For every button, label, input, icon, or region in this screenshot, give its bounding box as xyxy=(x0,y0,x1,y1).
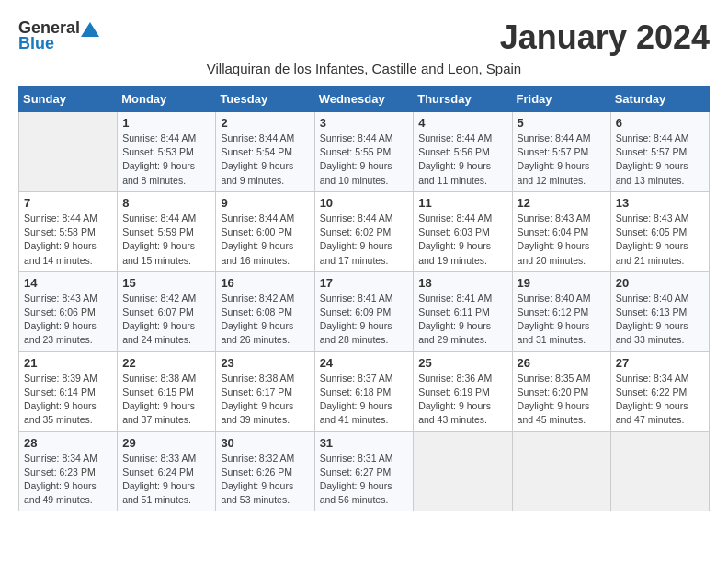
day-info: Sunrise: 8:44 AM Sunset: 6:02 PM Dayligh… xyxy=(320,212,409,268)
day-info: Sunrise: 8:44 AM Sunset: 5:58 PM Dayligh… xyxy=(24,212,112,268)
calendar-week-2: 7Sunrise: 8:44 AM Sunset: 5:58 PM Daylig… xyxy=(19,191,710,271)
day-info: Sunrise: 8:44 AM Sunset: 5:57 PM Dayligh… xyxy=(616,132,704,188)
day-info: Sunrise: 8:38 AM Sunset: 6:15 PM Dayligh… xyxy=(122,372,210,428)
day-info: Sunrise: 8:33 AM Sunset: 6:24 PM Dayligh… xyxy=(122,452,210,508)
calendar-cell xyxy=(414,431,512,511)
day-number: 29 xyxy=(122,436,210,450)
calendar-cell: 31Sunrise: 8:31 AM Sunset: 6:27 PM Dayli… xyxy=(314,431,414,511)
day-info: Sunrise: 8:38 AM Sunset: 6:17 PM Dayligh… xyxy=(221,372,309,428)
day-number: 14 xyxy=(24,276,112,290)
day-info: Sunrise: 8:37 AM Sunset: 6:18 PM Dayligh… xyxy=(320,372,409,428)
calendar-cell: 11Sunrise: 8:44 AM Sunset: 6:03 PM Dayli… xyxy=(414,191,512,271)
day-number: 21 xyxy=(24,356,112,370)
day-info: Sunrise: 8:44 AM Sunset: 5:53 PM Dayligh… xyxy=(122,132,210,188)
day-number: 13 xyxy=(616,196,704,210)
calendar-cell: 12Sunrise: 8:43 AM Sunset: 6:04 PM Dayli… xyxy=(512,191,610,271)
calendar-cell: 7Sunrise: 8:44 AM Sunset: 5:58 PM Daylig… xyxy=(19,191,118,271)
calendar-cell: 15Sunrise: 8:42 AM Sunset: 6:07 PM Dayli… xyxy=(118,271,216,351)
day-number: 17 xyxy=(320,276,409,290)
day-info: Sunrise: 8:41 AM Sunset: 6:11 PM Dayligh… xyxy=(418,292,506,348)
calendar-cell: 18Sunrise: 8:41 AM Sunset: 6:11 PM Dayli… xyxy=(414,271,512,351)
day-info: Sunrise: 8:44 AM Sunset: 5:56 PM Dayligh… xyxy=(418,132,506,188)
day-number: 25 xyxy=(418,356,506,370)
calendar-cell: 5Sunrise: 8:44 AM Sunset: 5:57 PM Daylig… xyxy=(512,112,610,192)
day-info: Sunrise: 8:35 AM Sunset: 6:20 PM Dayligh… xyxy=(518,372,606,428)
day-number: 19 xyxy=(518,276,606,290)
day-number: 30 xyxy=(221,436,309,450)
calendar-cell: 8Sunrise: 8:44 AM Sunset: 5:59 PM Daylig… xyxy=(118,191,216,271)
day-info: Sunrise: 8:40 AM Sunset: 6:12 PM Dayligh… xyxy=(518,292,606,348)
day-number: 6 xyxy=(616,116,704,130)
calendar-body: 1Sunrise: 8:44 AM Sunset: 5:53 PM Daylig… xyxy=(19,112,710,511)
day-number: 11 xyxy=(418,196,506,210)
day-number: 22 xyxy=(122,356,210,370)
day-number: 4 xyxy=(418,116,506,130)
day-number: 3 xyxy=(320,116,409,130)
day-number: 9 xyxy=(221,196,309,210)
day-info: Sunrise: 8:36 AM Sunset: 6:19 PM Dayligh… xyxy=(418,372,506,428)
day-info: Sunrise: 8:44 AM Sunset: 5:57 PM Dayligh… xyxy=(518,132,606,188)
day-number: 20 xyxy=(616,276,704,290)
calendar-cell: 14Sunrise: 8:43 AM Sunset: 6:06 PM Dayli… xyxy=(19,271,118,351)
day-number: 15 xyxy=(122,276,210,290)
calendar-week-1: 1Sunrise: 8:44 AM Sunset: 5:53 PM Daylig… xyxy=(19,112,710,192)
day-info: Sunrise: 8:44 AM Sunset: 5:54 PM Dayligh… xyxy=(221,132,309,188)
day-number: 8 xyxy=(122,196,210,210)
calendar-cell: 19Sunrise: 8:40 AM Sunset: 6:12 PM Dayli… xyxy=(512,271,610,351)
calendar-cell: 27Sunrise: 8:34 AM Sunset: 6:22 PM Dayli… xyxy=(610,351,709,431)
calendar-cell: 25Sunrise: 8:36 AM Sunset: 6:19 PM Dayli… xyxy=(414,351,512,431)
day-number: 1 xyxy=(122,116,210,130)
calendar-cell: 28Sunrise: 8:34 AM Sunset: 6:23 PM Dayli… xyxy=(19,431,118,511)
day-info: Sunrise: 8:43 AM Sunset: 6:06 PM Dayligh… xyxy=(24,292,112,348)
calendar-week-5: 28Sunrise: 8:34 AM Sunset: 6:23 PM Dayli… xyxy=(19,431,710,511)
day-number: 16 xyxy=(221,276,309,290)
day-info: Sunrise: 8:34 AM Sunset: 6:22 PM Dayligh… xyxy=(616,372,704,428)
calendar-cell: 30Sunrise: 8:32 AM Sunset: 6:26 PM Dayli… xyxy=(216,431,314,511)
day-info: Sunrise: 8:44 AM Sunset: 5:55 PM Dayligh… xyxy=(320,132,409,188)
calendar-cell xyxy=(19,112,118,192)
day-number: 5 xyxy=(518,116,606,130)
logo: General Blue xyxy=(18,18,99,53)
day-number: 2 xyxy=(221,116,309,130)
day-info: Sunrise: 8:32 AM Sunset: 6:26 PM Dayligh… xyxy=(221,452,309,508)
day-number: 28 xyxy=(24,436,112,450)
day-number: 27 xyxy=(616,356,704,370)
calendar-cell: 1Sunrise: 8:44 AM Sunset: 5:53 PM Daylig… xyxy=(118,112,216,192)
calendar-cell: 17Sunrise: 8:41 AM Sunset: 6:09 PM Dayli… xyxy=(314,271,414,351)
day-header-saturday: Saturday xyxy=(610,86,709,112)
day-number: 10 xyxy=(320,196,409,210)
calendar-week-3: 14Sunrise: 8:43 AM Sunset: 6:06 PM Dayli… xyxy=(19,271,710,351)
calendar-cell: 4Sunrise: 8:44 AM Sunset: 5:56 PM Daylig… xyxy=(414,112,512,192)
calendar-cell xyxy=(512,431,610,511)
calendar-cell: 6Sunrise: 8:44 AM Sunset: 5:57 PM Daylig… xyxy=(610,112,709,192)
calendar-cell: 9Sunrise: 8:44 AM Sunset: 6:00 PM Daylig… xyxy=(216,191,314,271)
day-info: Sunrise: 8:34 AM Sunset: 6:23 PM Dayligh… xyxy=(24,452,112,508)
month-title: January 2024 xyxy=(500,18,710,57)
calendar-cell: 26Sunrise: 8:35 AM Sunset: 6:20 PM Dayli… xyxy=(512,351,610,431)
day-info: Sunrise: 8:42 AM Sunset: 6:08 PM Dayligh… xyxy=(221,292,309,348)
calendar-cell: 21Sunrise: 8:39 AM Sunset: 6:14 PM Dayli… xyxy=(19,351,118,431)
day-info: Sunrise: 8:41 AM Sunset: 6:09 PM Dayligh… xyxy=(320,292,409,348)
calendar-cell: 2Sunrise: 8:44 AM Sunset: 5:54 PM Daylig… xyxy=(216,112,314,192)
logo-blue-text: Blue xyxy=(18,34,54,53)
calendar-week-4: 21Sunrise: 8:39 AM Sunset: 6:14 PM Dayli… xyxy=(19,351,710,431)
day-header-friday: Friday xyxy=(512,86,610,112)
svg-marker-0 xyxy=(81,22,99,37)
calendar-header-row: SundayMondayTuesdayWednesdayThursdayFrid… xyxy=(19,86,710,112)
day-number: 31 xyxy=(320,436,409,450)
calendar-cell: 16Sunrise: 8:42 AM Sunset: 6:08 PM Dayli… xyxy=(216,271,314,351)
calendar-cell: 13Sunrise: 8:43 AM Sunset: 6:05 PM Dayli… xyxy=(610,191,709,271)
day-header-thursday: Thursday xyxy=(414,86,512,112)
day-header-wednesday: Wednesday xyxy=(314,86,414,112)
calendar-cell: 23Sunrise: 8:38 AM Sunset: 6:17 PM Dayli… xyxy=(216,351,314,431)
day-header-monday: Monday xyxy=(118,86,216,112)
calendar-table: SundayMondayTuesdayWednesdayThursdayFrid… xyxy=(18,86,710,511)
day-info: Sunrise: 8:44 AM Sunset: 5:59 PM Dayligh… xyxy=(122,212,210,268)
calendar-subtitle: Villaquiran de los Infantes, Castille an… xyxy=(18,61,710,76)
day-number: 23 xyxy=(221,356,309,370)
calendar-cell: 29Sunrise: 8:33 AM Sunset: 6:24 PM Dayli… xyxy=(118,431,216,511)
calendar-cell: 24Sunrise: 8:37 AM Sunset: 6:18 PM Dayli… xyxy=(314,351,414,431)
calendar-cell: 22Sunrise: 8:38 AM Sunset: 6:15 PM Dayli… xyxy=(118,351,216,431)
day-number: 12 xyxy=(518,196,606,210)
calendar-cell: 10Sunrise: 8:44 AM Sunset: 6:02 PM Dayli… xyxy=(314,191,414,271)
